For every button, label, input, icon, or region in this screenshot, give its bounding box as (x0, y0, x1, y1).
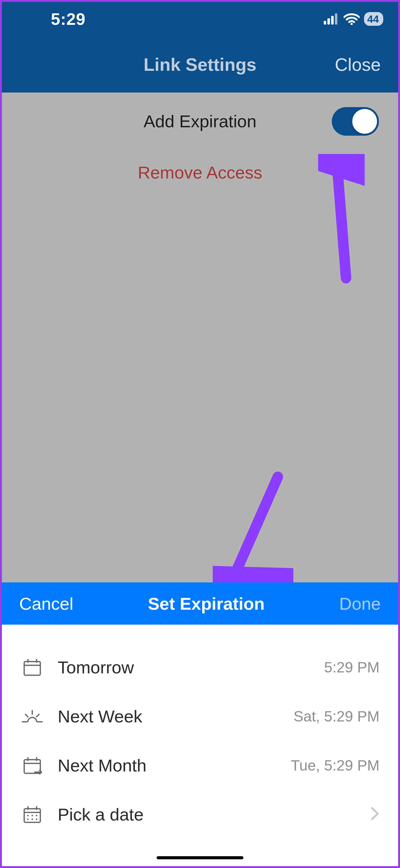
svg-point-24 (27, 815, 29, 816)
status-time: 5:29 (17, 9, 86, 29)
top-header: 5:29 44 (2, 2, 398, 93)
svg-point-4 (351, 23, 353, 25)
svg-rect-16 (24, 760, 40, 773)
battery-level: 44 (367, 13, 379, 25)
option-pick-date[interactable]: Pick a date (2, 790, 398, 839)
close-button[interactable]: Close (335, 54, 381, 75)
svg-line-15 (37, 714, 39, 717)
option-value: 5:29 PM (324, 659, 379, 676)
cellular-signal-icon (324, 13, 339, 25)
svg-rect-1 (328, 18, 330, 25)
option-tomorrow[interactable]: Tomorrow 5:29 PM (2, 643, 398, 692)
annotation-arrow-sheet-icon (213, 471, 293, 595)
svg-point-25 (32, 815, 33, 816)
page-title: Link Settings (143, 54, 257, 75)
svg-rect-2 (331, 16, 334, 25)
option-label: Tomorrow (58, 657, 324, 677)
wifi-icon (343, 13, 360, 25)
svg-point-29 (36, 819, 37, 820)
home-indicator[interactable] (157, 856, 243, 859)
sheet-header: Cancel Set Expiration Done (2, 582, 398, 625)
nav-bar: Link Settings Close (2, 36, 398, 93)
calendar-grid-icon (21, 803, 44, 826)
svg-line-6 (231, 477, 278, 582)
option-label: Next Month (58, 755, 291, 775)
remove-access-row[interactable]: Remove Access (2, 150, 398, 201)
settings-list: Add Expiration Remove Access (2, 93, 398, 201)
add-expiration-label: Add Expiration (143, 111, 257, 131)
option-next-month[interactable]: Next Month Tue, 5:29 PM (2, 741, 398, 790)
svg-point-28 (32, 819, 33, 820)
sheet-title: Set Expiration (148, 594, 265, 614)
status-bar: 5:29 44 (2, 2, 398, 36)
calendar-icon (21, 655, 44, 679)
remove-access-label: Remove Access (138, 162, 262, 183)
status-icons: 44 (324, 12, 383, 26)
chevron-right-icon (371, 804, 379, 825)
add-expiration-row: Add Expiration (2, 93, 398, 150)
battery-indicator: 44 (364, 12, 383, 26)
svg-rect-0 (324, 21, 326, 25)
option-label: Pick a date (58, 804, 367, 825)
toggle-knob-icon (352, 109, 377, 134)
calendar-arrow-icon (21, 753, 44, 777)
cancel-button[interactable]: Cancel (19, 594, 73, 614)
set-expiration-sheet: Cancel Set Expiration Done Tomorrow 5:29… (2, 582, 398, 866)
option-label: Next Week (58, 706, 294, 726)
option-next-week[interactable]: Next Week Sat, 5:29 PM (2, 692, 398, 741)
add-expiration-toggle[interactable] (332, 107, 379, 136)
sunrise-icon (21, 704, 44, 728)
option-value: Tue, 5:29 PM (291, 757, 379, 774)
svg-point-27 (27, 819, 29, 820)
svg-rect-3 (335, 13, 337, 25)
svg-rect-7 (24, 661, 40, 675)
option-value: Sat, 5:29 PM (294, 708, 379, 725)
done-button[interactable]: Done (339, 594, 381, 614)
expiration-options: Tomorrow 5:29 PM Next Week Sat, 5:29 PM (2, 625, 398, 866)
svg-point-26 (36, 815, 37, 816)
svg-line-14 (26, 714, 28, 717)
